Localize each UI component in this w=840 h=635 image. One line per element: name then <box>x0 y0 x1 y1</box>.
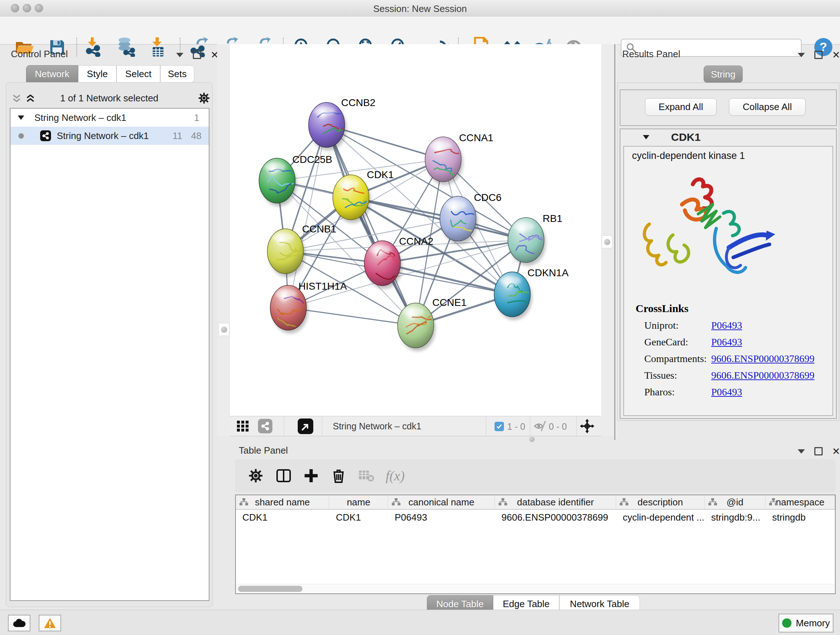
table-toolbar: f(x) <box>235 459 836 492</box>
crosslink-link[interactable]: P06493 <box>711 386 742 397</box>
node-label: CDC25B <box>292 154 332 165</box>
right-splitter[interactable] <box>601 44 617 436</box>
memory-label: Memory <box>796 618 830 629</box>
tab-string[interactable]: String <box>704 65 743 83</box>
column-header-name[interactable]: name <box>329 495 388 509</box>
column-header-description[interactable]: description <box>616 495 704 509</box>
tab-style[interactable]: Style <box>78 65 117 82</box>
collapse-arrow-icon[interactable] <box>642 133 650 141</box>
selected-count: 1 - 0 <box>507 421 525 432</box>
gene-header[interactable]: CDK1 <box>621 129 836 145</box>
node-label: CCNB2 <box>341 97 376 108</box>
cloud-icon <box>13 618 26 628</box>
show-columns-icon[interactable] <box>276 468 292 484</box>
float-panel-icon[interactable] <box>176 53 183 57</box>
network-node-CDC6[interactable]: CDC6 <box>440 192 501 244</box>
memory-button[interactable]: Memory <box>778 614 834 632</box>
crosslink-link[interactable]: P06493 <box>711 336 742 348</box>
float-panel-icon[interactable] <box>798 53 805 57</box>
maximize-panel-icon[interactable] <box>814 447 823 455</box>
float-panel-icon[interactable] <box>798 449 805 454</box>
cell-description[interactable]: cyclin-dependent ... <box>616 510 704 525</box>
network-node-CDC25B[interactable]: CDC25B <box>259 154 332 206</box>
delete-column-icon[interactable] <box>331 468 347 484</box>
fit-content-crosshair-icon[interactable] <box>580 419 594 433</box>
column-sort-icon <box>392 498 401 506</box>
network-view-toolbar: String Network – cdk1 1 - 0 0 - 0 <box>230 416 601 436</box>
birds-eye-view-icon[interactable] <box>298 418 313 434</box>
function-builder-icon[interactable]: f(x) <box>386 468 405 484</box>
table-row[interactable]: CDK1CDK1P064939606.ENSP00000378699cyclin… <box>236 510 835 525</box>
crosslink-link[interactable]: 9606.ENSP00000378699 <box>711 353 814 364</box>
table-options-gear-icon[interactable] <box>248 468 264 483</box>
network-node-RB1[interactable]: RB1 <box>508 213 562 266</box>
expand-all-button[interactable]: Expand All <box>645 98 717 116</box>
options-gear-icon[interactable] <box>198 92 210 104</box>
results-panel-title: Results Panel <box>622 49 680 60</box>
network-node-CDKN1A[interactable]: CDKN1A <box>494 267 569 320</box>
gene-panel: CDK1 cyclin-dependent kinase 1 <box>620 128 837 419</box>
delete-table-icon[interactable] <box>357 468 375 484</box>
cell-shared-name[interactable]: CDK1 <box>236 510 329 525</box>
network-collection-row[interactable]: String Network – cdk1 1 <box>11 109 209 127</box>
tab-sets[interactable]: Sets <box>160 65 194 82</box>
network-node-CCNE1[interactable]: CCNE1 <box>398 297 467 351</box>
network-node-CCNA1[interactable]: CCNA1 <box>425 132 493 185</box>
column-header-shared-name[interactable]: shared name <box>236 495 329 509</box>
network-node-CDK1[interactable]: CDK1 <box>333 169 394 223</box>
grid-view-icon[interactable] <box>237 421 249 432</box>
crosslink-link[interactable]: 9606.ENSP00000378699 <box>711 370 814 381</box>
crosslinks-heading: CrossLinks <box>636 302 688 315</box>
column-header-canonical-name[interactable]: canonical name <box>388 495 495 509</box>
scrollbar-thumb[interactable] <box>238 586 302 592</box>
crosslink-label: GeneCard: <box>644 336 711 348</box>
node-label: CCNA2 <box>399 236 433 247</box>
current-network-dot <box>19 133 24 139</box>
node-count: 11 <box>172 130 182 141</box>
close-panel-icon[interactable]: ✕ <box>832 448 840 455</box>
network-canvas[interactable]: CCNB2CCNA1CDC25BCDK1CDC6RB1CCNB1CCNA2CDK… <box>230 44 601 416</box>
network-node-HIST1H1A[interactable]: HIST1H1A <box>270 280 347 333</box>
network-view-icon[interactable] <box>258 419 272 433</box>
collapse-arrow-icon[interactable] <box>17 114 25 122</box>
hidden-items-icon <box>534 421 546 432</box>
node-label: HIST1H1A <box>298 280 347 292</box>
cell-@id[interactable]: stringdb:9... <box>705 510 766 525</box>
cell-name[interactable]: CDK1 <box>329 510 388 525</box>
table-panel-title: Table Panel <box>239 445 288 456</box>
crosslink-row: Pharos:P06493 <box>644 386 825 398</box>
crosslink-link[interactable]: P06493 <box>711 320 742 331</box>
network-row-selected[interactable]: String Network – cdk1 11 48 <box>11 127 209 145</box>
table-hscrollbar[interactable] <box>235 584 836 594</box>
network-node-CCNB1[interactable]: CCNB1 <box>267 223 336 277</box>
cloud-tasks-button[interactable] <box>8 615 30 631</box>
left-splitter[interactable] <box>217 44 230 436</box>
panel-divider-line <box>614 44 615 440</box>
network-collection-label: String Network – cdk1 <box>34 112 126 124</box>
selected-checkbox-icon[interactable] <box>494 422 504 431</box>
left-splitter-handle[interactable] <box>218 323 229 336</box>
column-header-database-identifier[interactable]: database identifier <box>495 495 616 509</box>
warnings-button[interactable] <box>39 615 61 631</box>
add-column-icon[interactable] <box>303 468 319 484</box>
column-header-namespace[interactable]: namespace <box>766 495 835 509</box>
network-label: String Network – cdk1 <box>57 130 149 141</box>
cell-namespace[interactable]: stringdb <box>766 510 835 525</box>
column-header-@id[interactable]: @id <box>705 495 766 509</box>
cell-database-identifier[interactable]: 9606.ENSP00000378699 <box>495 510 616 525</box>
close-panel-icon[interactable]: ✕ <box>832 51 840 59</box>
maximize-panel-icon[interactable] <box>814 51 823 59</box>
collapse-all-button[interactable]: Collapse All <box>729 98 806 116</box>
network-node-CCNB2[interactable]: CCNB2 <box>309 97 376 150</box>
cell-canonical-name[interactable]: P06493 <box>388 510 495 525</box>
warning-icon <box>44 618 56 629</box>
crosslink-row: Compartments:9606.ENSP00000378699 <box>644 353 825 364</box>
right-splitter-handle[interactable] <box>602 235 613 249</box>
maximize-panel-icon[interactable] <box>193 51 201 59</box>
tab-network[interactable]: Network <box>26 65 78 82</box>
network-tree: String Network – cdk1 1 String Network –… <box>10 108 210 601</box>
tab-select[interactable]: Select <box>117 65 160 82</box>
string-network-graph[interactable]: CCNB2CCNA1CDC25BCDK1CDC6RB1CCNB1CCNA2CDK… <box>230 44 601 416</box>
crosslink-label: Pharos: <box>644 386 711 398</box>
table-panel: Table Panel ✕ f(x) shared namenamecanoni… <box>230 440 840 610</box>
